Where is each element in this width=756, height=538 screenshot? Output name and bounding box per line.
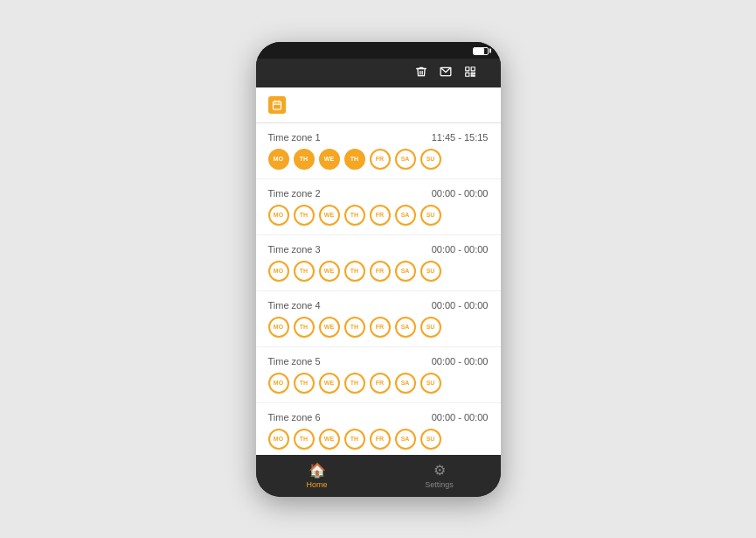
nav-label-settings: Settings <box>425 480 454 489</box>
day-circle[interactable]: WE <box>319 317 340 338</box>
time-zone-block: Time zone 200:00 - 00:00MOTHWETHFRSASU <box>256 179 501 235</box>
zone-label: Time zone 5 <box>268 356 321 367</box>
day-circle[interactable]: TH <box>344 429 365 450</box>
content-area: Time zone 111:45 - 15:15MOTHWETHFRSASUTi… <box>256 87 501 455</box>
nav-label-home: Home <box>306 480 327 489</box>
svg-rect-3 <box>465 73 468 76</box>
day-circle[interactable]: TH <box>344 317 365 338</box>
day-circle[interactable]: WE <box>319 373 340 394</box>
day-circle[interactable]: WE <box>319 429 340 450</box>
day-circle[interactable]: TH <box>344 205 365 226</box>
day-circle[interactable]: WE <box>319 149 340 170</box>
day-circle[interactable]: SA <box>395 373 416 394</box>
days-row: MOTHWETHFRSASU <box>268 317 489 338</box>
zone-time: 00:00 - 00:00 <box>432 188 489 199</box>
qr-button[interactable] <box>464 66 476 80</box>
svg-rect-5 <box>474 73 475 73</box>
time-zone-block: Time zone 300:00 - 00:00MOTHWETHFRSASU <box>256 235 501 291</box>
restrict-icon <box>268 96 286 114</box>
day-circle[interactable]: MO <box>268 373 289 394</box>
days-row: MOTHWETHFRSASU <box>268 205 489 226</box>
zone-label: Time zone 2 <box>268 188 321 199</box>
zone-label: Time zone 3 <box>268 244 321 255</box>
nav-item-settings[interactable]: ⚙Settings <box>378 462 501 489</box>
day-circle[interactable]: TH <box>344 261 365 282</box>
day-circle[interactable]: SA <box>395 317 416 338</box>
day-circle[interactable]: MO <box>268 205 289 226</box>
day-circle[interactable]: SU <box>420 373 441 394</box>
zone-time: 00:00 - 00:00 <box>432 412 489 423</box>
zone-label: Time zone 1 <box>268 132 321 143</box>
days-row: MOTHWETHFRSASU <box>268 261 489 282</box>
day-circle[interactable]: SU <box>420 261 441 282</box>
day-circle[interactable]: FR <box>370 317 391 338</box>
day-circle[interactable]: SA <box>395 149 416 170</box>
mail-button[interactable] <box>440 66 452 80</box>
day-circle[interactable]: FR <box>370 429 391 450</box>
status-bar <box>256 42 501 59</box>
day-circle[interactable]: SU <box>420 205 441 226</box>
day-circle[interactable]: MO <box>268 429 289 450</box>
nav-icon-settings: ⚙ <box>433 462 446 479</box>
day-circle[interactable]: MO <box>268 261 289 282</box>
days-row: MOTHWETHFRSASU <box>268 373 489 394</box>
zone-time: 00:00 - 00:00 <box>432 244 489 255</box>
svg-rect-6 <box>471 75 472 76</box>
day-circle[interactable]: WE <box>319 261 340 282</box>
day-circle[interactable]: TH <box>294 429 315 450</box>
phone-frame: Time zone 111:45 - 15:15MOTHWETHFRSASUTi… <box>256 42 501 497</box>
day-circle[interactable]: FR <box>370 261 391 282</box>
time-zone-block: Time zone 600:00 - 00:00MOTHWETHFRSASU <box>256 403 501 455</box>
day-circle[interactable]: MO <box>268 317 289 338</box>
nav-icon-home: 🏠 <box>309 462 326 479</box>
svg-rect-4 <box>471 73 473 74</box>
toolbar-icons <box>415 66 489 80</box>
day-circle[interactable]: TH <box>294 261 315 282</box>
svg-rect-2 <box>471 66 475 70</box>
day-circle[interactable]: SU <box>420 317 441 338</box>
delete-button[interactable] <box>415 66 427 80</box>
battery-icon <box>473 47 489 55</box>
zone-time: 11:45 - 15:15 <box>432 132 489 143</box>
zone-label: Time zone 4 <box>268 300 321 311</box>
zones-container: Time zone 111:45 - 15:15MOTHWETHFRSASUTi… <box>256 123 501 455</box>
restrict-header <box>256 87 501 123</box>
svg-rect-8 <box>273 101 281 109</box>
day-circle[interactable]: FR <box>370 205 391 226</box>
toolbar <box>256 59 501 87</box>
svg-rect-7 <box>473 75 475 76</box>
time-zone-block: Time zone 111:45 - 15:15MOTHWETHFRSASU <box>256 123 501 179</box>
day-circle[interactable]: FR <box>370 373 391 394</box>
day-circle[interactable]: TH <box>294 373 315 394</box>
day-circle[interactable]: FR <box>370 149 391 170</box>
day-circle[interactable]: SU <box>420 149 441 170</box>
time-zone-block: Time zone 500:00 - 00:00MOTHWETHFRSASU <box>256 347 501 403</box>
day-circle[interactable]: SA <box>395 429 416 450</box>
day-circle[interactable]: MO <box>268 149 289 170</box>
svg-rect-1 <box>465 66 468 70</box>
day-circle[interactable]: TH <box>344 373 365 394</box>
day-circle[interactable]: WE <box>319 205 340 226</box>
zone-time: 00:00 - 00:00 <box>432 300 489 311</box>
day-circle[interactable]: TH <box>294 317 315 338</box>
day-circle[interactable]: TH <box>294 205 315 226</box>
day-circle[interactable]: SA <box>395 261 416 282</box>
battery-area <box>473 47 489 55</box>
zone-label: Time zone 6 <box>268 412 321 423</box>
day-circle[interactable]: TH <box>344 149 365 170</box>
days-row: MOTHWETHFRSASU <box>268 429 489 450</box>
time-zone-block: Time zone 400:00 - 00:00MOTHWETHFRSASU <box>256 291 501 347</box>
day-circle[interactable]: SU <box>420 429 441 450</box>
zone-time: 00:00 - 00:00 <box>432 356 489 367</box>
nav-item-home[interactable]: 🏠Home <box>256 462 378 489</box>
days-row: MOTHWETHFRSASU <box>268 149 489 170</box>
day-circle[interactable]: TH <box>294 149 315 170</box>
day-circle[interactable]: SA <box>395 205 416 226</box>
bottom-nav: 🏠Home⚙Settings <box>256 455 501 497</box>
